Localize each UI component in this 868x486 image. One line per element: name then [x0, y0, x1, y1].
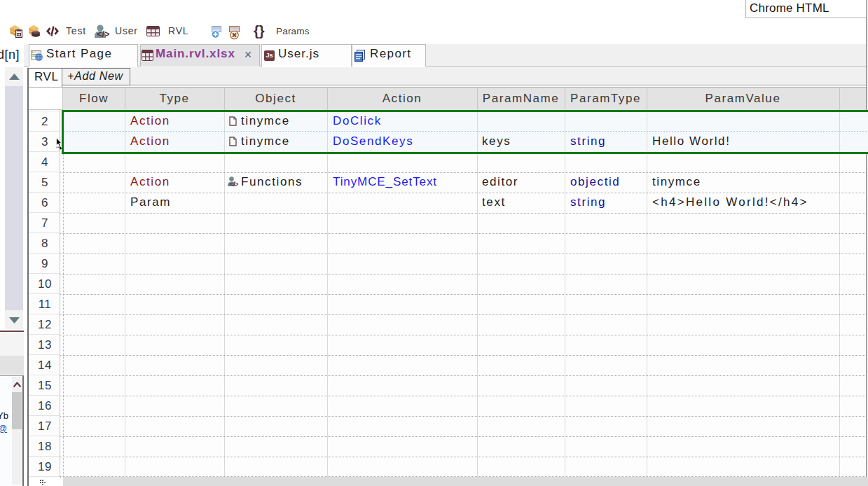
svg-text:</>: </> — [97, 29, 109, 39]
svg-text:</>: </> — [229, 180, 238, 188]
